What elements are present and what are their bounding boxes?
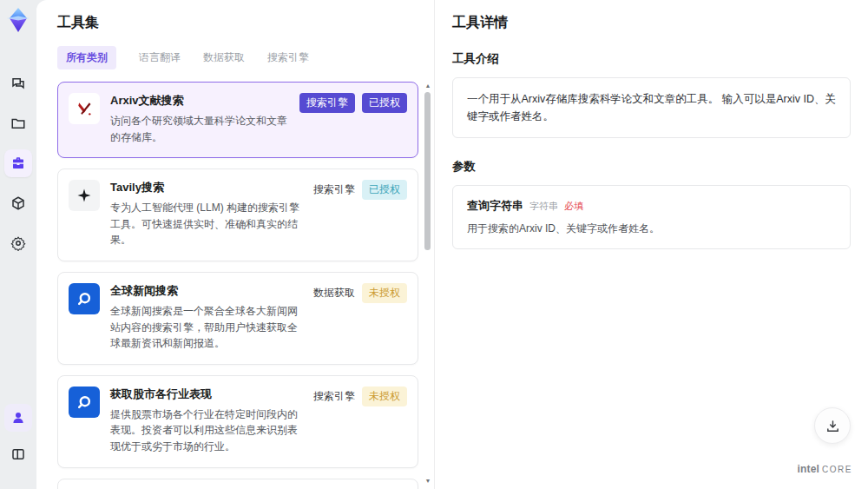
tool-description: 全球新闻搜索是一个聚合全球各大新闻网站内容的搜索引擎，帮助用户快速获取全球最新资… xyxy=(110,303,303,352)
toolbox-icon xyxy=(10,155,26,171)
tool-card[interactable]: 获取市场最活跃股票信息 提供当天交易量最高的股票列表，投资者可以利用这些信息来识… xyxy=(57,479,418,489)
tool-name: Arxiv文献搜索 xyxy=(110,93,289,109)
parameter-description: 用于搜索的Arxiv ID、关键字或作者姓名。 xyxy=(467,221,836,236)
parameter-type: 字符串 xyxy=(529,200,558,213)
tool-name: Tavily搜索 xyxy=(110,180,303,195)
category-tabs: 所有类别语言翻译数据获取搜索引擎 xyxy=(57,46,434,69)
tool-category-label: 搜索引擎 xyxy=(313,387,355,406)
sidebar-item-tools[interactable] xyxy=(4,149,32,177)
panel-toggle-icon xyxy=(10,446,26,462)
params-section-title: 参数 xyxy=(452,159,851,175)
sidebar-item-collapse[interactable] xyxy=(4,440,32,468)
parameter-required-badge: 必填 xyxy=(564,200,583,213)
scroll-down-arrow[interactable]: ▼ xyxy=(424,477,432,486)
sidebar-item-account[interactable] xyxy=(4,404,32,432)
sparkle-icon xyxy=(69,180,100,211)
tool-card[interactable]: 全球新闻搜索 全球新闻搜索是一个聚合全球各大新闻网站内容的搜索引擎，帮助用户快速… xyxy=(57,272,418,365)
tool-name: 获取股市各行业表现 xyxy=(110,387,303,402)
scrollbar-thumb[interactable] xyxy=(424,92,431,250)
category-tab-所有类别[interactable]: 所有类别 xyxy=(57,46,116,69)
tool-card[interactable]: 获取股市各行业表现 提供股票市场各个行业在特定时间段内的表现。投资者可以利用这些… xyxy=(57,375,418,468)
tool-category-label: 搜索引擎 xyxy=(299,93,355,113)
tool-list-wrap: Arxiv文献搜索 访问各个研究领域大量科学论文和文章的存储库。 搜索引擎 已授… xyxy=(57,82,434,489)
tool-list: Arxiv文献搜索 访问各个研究领域大量科学论文和文章的存储库。 搜索引擎 已授… xyxy=(57,82,418,489)
tool-category-label: 数据获取 xyxy=(313,283,355,303)
search-globe-icon xyxy=(69,283,100,314)
sidebar-item-models[interactable] xyxy=(4,189,32,217)
detail-title: 工具详情 xyxy=(452,14,851,32)
scroll-up-arrow[interactable]: ▲ xyxy=(424,82,432,90)
left-rail xyxy=(0,0,36,489)
sidebar-item-chat[interactable] xyxy=(4,69,32,97)
tool-list-panel: 工具集 所有类别语言翻译数据获取搜索引擎 Arxiv文献搜索 访问各个研究领域大… xyxy=(36,0,434,489)
page-title: 工具集 xyxy=(57,14,434,32)
category-tab-搜索引擎[interactable]: 搜索引擎 xyxy=(267,46,309,69)
core-wordmark: CORE xyxy=(822,465,852,474)
tool-description: 访问各个研究领域大量科学论文和文章的存储库。 xyxy=(110,113,289,145)
tool-intro-box: 一个用于从Arxiv存储库搜索科学论文和文章的工具。 输入可以是Arxiv ID… xyxy=(452,77,851,138)
intel-wordmark: intel xyxy=(797,463,819,475)
category-tab-语言翻译[interactable]: 语言翻译 xyxy=(139,46,181,69)
tool-auth-badge: 已授权 xyxy=(362,93,407,113)
parameter-header: 查询字符串 字符串 必填 xyxy=(467,198,836,214)
tool-description: 专为人工智能代理 (LLM) 构建的搜索引擎工具。可快速提供实时、准确和真实的结… xyxy=(110,200,303,248)
gear-icon xyxy=(10,235,26,251)
folder-icon xyxy=(10,116,26,131)
tool-auth-badge: 未授权 xyxy=(362,387,407,406)
arxiv-icon xyxy=(69,93,100,124)
sidebar-item-settings[interactable] xyxy=(4,229,32,257)
list-scrollbar[interactable]: ▲ ▼ xyxy=(424,82,432,489)
main-content: 工具集 所有类别语言翻译数据获取搜索引擎 Arxiv文献搜索 访问各个研究领域大… xyxy=(36,0,868,489)
parameter-name: 查询字符串 xyxy=(467,198,523,214)
tool-detail-panel: 工具详情 工具介绍 一个用于从Arxiv存储库搜索科学论文和文章的工具。 输入可… xyxy=(434,0,868,489)
tool-name: 全球新闻搜索 xyxy=(110,283,303,299)
chat-icon xyxy=(10,76,26,91)
search-globe-icon xyxy=(69,387,100,418)
user-icon xyxy=(10,410,26,426)
tool-card[interactable]: Arxiv文献搜索 访问各个研究领域大量科学论文和文章的存储库。 搜索引擎 已授… xyxy=(57,82,418,158)
tool-card[interactable]: Tavily搜索 专为人工智能代理 (LLM) 构建的搜索引擎工具。可快速提供实… xyxy=(57,169,418,261)
category-tab-数据获取[interactable]: 数据获取 xyxy=(203,46,245,69)
sidebar-item-files[interactable] xyxy=(4,109,32,137)
intel-core-logo: intel CORE xyxy=(797,463,852,475)
intro-section-title: 工具介绍 xyxy=(452,51,851,67)
app-logo-gem-icon xyxy=(5,7,31,33)
tool-description: 提供股票市场各个行业在特定时间段内的表现。投资者可以利用这些信息来识别表现优于或… xyxy=(110,406,303,455)
cube-icon xyxy=(10,195,26,211)
tool-category-label: 搜索引擎 xyxy=(313,180,355,200)
download-button[interactable] xyxy=(814,407,851,444)
tool-auth-badge: 未授权 xyxy=(362,283,407,303)
tool-auth-badge: 已授权 xyxy=(362,180,407,200)
parameter-box: 查询字符串 字符串 必填 用于搜索的Arxiv ID、关键字或作者姓名。 xyxy=(452,185,851,249)
download-icon xyxy=(825,419,840,433)
app-window: 工具集 所有类别语言翻译数据获取搜索引擎 Arxiv文献搜索 访问各个研究领域大… xyxy=(0,0,868,489)
